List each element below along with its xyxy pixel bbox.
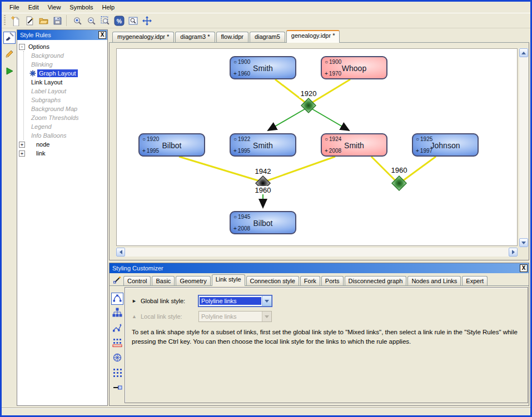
overview-button[interactable]	[126, 14, 140, 28]
edit-pencil-button[interactable]	[3, 49, 16, 61]
grid-layout-button[interactable]	[111, 338, 123, 350]
expand-icon[interactable]: +	[19, 142, 25, 148]
new-wizard-button[interactable]	[23, 14, 37, 28]
person-node-smith-1922[interactable]: ○1922 Smith +1995	[230, 133, 296, 157]
tree-item-blinking[interactable]: Blinking	[29, 60, 107, 69]
close-icon[interactable]: X	[520, 264, 528, 272]
tree-item-link-layout[interactable]: Link Layout	[29, 78, 107, 87]
dropdown-button[interactable]	[262, 296, 271, 306]
tree-item-zoom-thresholds[interactable]: Zoom Thresholds	[29, 113, 107, 122]
spline-layout-button[interactable]	[111, 293, 123, 305]
new-document-button[interactable]	[9, 14, 23, 28]
expand-icon[interactable]: +	[19, 150, 25, 157]
tree-item-label[interactable]: Info Balloons	[29, 132, 68, 139]
scroll-down-button[interactable]	[519, 238, 528, 247]
tab-flow[interactable]: flow.idpr	[216, 32, 248, 42]
tree-item-label[interactable]: link	[34, 149, 47, 157]
styling-customizer-title: Styling Customizer	[112, 265, 520, 272]
menu-edit[interactable]: Edit	[24, 2, 43, 12]
menu-symbols[interactable]: Symbols	[65, 2, 97, 12]
tab-expert[interactable]: Expert	[462, 276, 488, 285]
person-node-smith-1924[interactable]: ○1924 Smith +2008	[321, 133, 387, 157]
expander-icon[interactable]: ►	[132, 298, 141, 304]
tab-control[interactable]: Control	[123, 276, 151, 285]
tree-item-label[interactable]: Graph Layout	[37, 69, 78, 77]
toolbar-grip[interactable]	[3, 15, 7, 26]
style-rules-title-bar[interactable]: Style Rules X	[17, 30, 107, 40]
tree-item-graph-layout[interactable]: Graph Layout	[29, 69, 107, 78]
tree-item-info-balloons[interactable]: Info Balloons	[29, 131, 107, 140]
tree-item-subgraphs[interactable]: Subgraphs	[29, 96, 107, 104]
styling-customizer-title-bar[interactable]: Styling Customizer X	[110, 263, 529, 273]
menu-help[interactable]: Help	[98, 2, 120, 12]
person-node-bilbot-1945[interactable]: ○1945 Bilbot +2008	[230, 211, 296, 234]
vertical-scrollbar[interactable]	[519, 48, 528, 247]
open-button[interactable]	[37, 14, 51, 28]
pan-button[interactable]	[140, 14, 154, 28]
tree-item-label-layout[interactable]: Label Layout	[29, 87, 107, 96]
circular-layout-button[interactable]	[111, 353, 123, 365]
tree-item-background[interactable]: Background	[29, 51, 107, 60]
person-node-bilbot-1920[interactable]: ○1920 Bilbot +1995	[138, 133, 205, 157]
tab-disconnected-graph[interactable]: Disconnected graph	[345, 276, 407, 285]
zoom-fit-button[interactable]	[98, 14, 112, 28]
save-button[interactable]	[51, 14, 64, 28]
tab-diagram3[interactable]: diagram3 *	[175, 32, 215, 42]
person-node-smith-1900[interactable]: ○1900 Smith +1960	[230, 56, 296, 79]
menu-file[interactable]: File	[5, 2, 24, 12]
scroll-right-button[interactable]	[509, 248, 518, 257]
tree-item-label[interactable]: Blinking	[29, 61, 54, 68]
tab-mygenealogy[interactable]: mygenealogy.idpr *	[112, 32, 174, 42]
person-node-johnson-1925[interactable]: ○1925 Johnson +1997	[412, 133, 479, 157]
tree-item-label[interactable]: Zoom Thresholds	[29, 114, 81, 122]
tree-item-label[interactable]: Link Layout	[29, 78, 64, 86]
diagram-canvas[interactable]: ○1900 Smith +1960 ○1900 Whoop +1970 ○192…	[116, 48, 518, 246]
tab-genealogy[interactable]: genealogy.idpr *	[286, 30, 340, 43]
zoom-percent-button[interactable]: %	[112, 14, 126, 28]
tab-basic[interactable]: Basic	[152, 276, 175, 285]
tree-item-label[interactable]: node	[34, 140, 51, 148]
collapse-icon[interactable]: -	[19, 44, 25, 50]
tree-item-label[interactable]: Subgraphs	[29, 96, 62, 104]
link-layout-button[interactable]	[111, 323, 123, 335]
tree-layout-button[interactable]	[111, 308, 123, 320]
random-layout-button[interactable]	[111, 368, 123, 380]
zoom-out-button[interactable]	[84, 14, 98, 28]
child-links[interactable]	[263, 109, 349, 208]
tree-item-link[interactable]: + link	[19, 149, 107, 158]
scroll-up-button[interactable]	[519, 48, 528, 57]
tab-diagram5[interactable]: diagram5	[250, 32, 285, 42]
tab-link-style[interactable]: Link style	[212, 274, 245, 286]
tree-item-label[interactable]: Options	[27, 43, 51, 51]
tab-connection-style[interactable]: Connection style	[246, 276, 299, 285]
wand-tool-icon[interactable]	[111, 274, 123, 285]
tree-item-label[interactable]: Background	[29, 52, 66, 59]
close-icon[interactable]: X	[98, 31, 106, 39]
person-node-whoop-1900[interactable]: ○1900 Whoop +1970	[321, 56, 387, 79]
tree-item-label[interactable]: Background Map	[29, 105, 79, 113]
tab-geometry[interactable]: Geometry	[176, 276, 210, 285]
menu-view[interactable]: View	[43, 2, 66, 12]
horizontal-scrollbar[interactable]	[116, 248, 518, 257]
died-year: 2008	[238, 225, 250, 232]
tree-item-label[interactable]: Legend	[29, 123, 53, 130]
tree-item-node[interactable]: + node	[19, 140, 107, 149]
scroll-left-button[interactable]	[116, 248, 125, 257]
global-link-style-select[interactable]: Polyline links	[198, 295, 272, 307]
tree-item-background-map[interactable]: Background Map	[29, 104, 107, 113]
run-button[interactable]	[3, 66, 16, 78]
chevron-down-icon	[265, 315, 269, 318]
menu-bar: File Edit View Symbols Help	[2, 2, 530, 13]
died-year: 1995	[147, 148, 159, 154]
style-brush-button[interactable]	[3, 32, 16, 44]
tree-item-label[interactable]: Label Layout	[29, 87, 68, 95]
died-year: 1997	[420, 148, 432, 154]
tree-item-options[interactable]: - Options	[19, 42, 107, 51]
chevron-down-icon	[265, 300, 269, 303]
route-link-button[interactable]	[111, 383, 123, 395]
zoom-in-button[interactable]	[71, 14, 84, 28]
tab-ports[interactable]: Ports	[321, 276, 344, 285]
tab-nodes-and-links[interactable]: Nodes and Links	[407, 276, 461, 285]
tab-fork[interactable]: Fork	[300, 276, 320, 285]
tree-item-legend[interactable]: Legend	[29, 122, 107, 131]
